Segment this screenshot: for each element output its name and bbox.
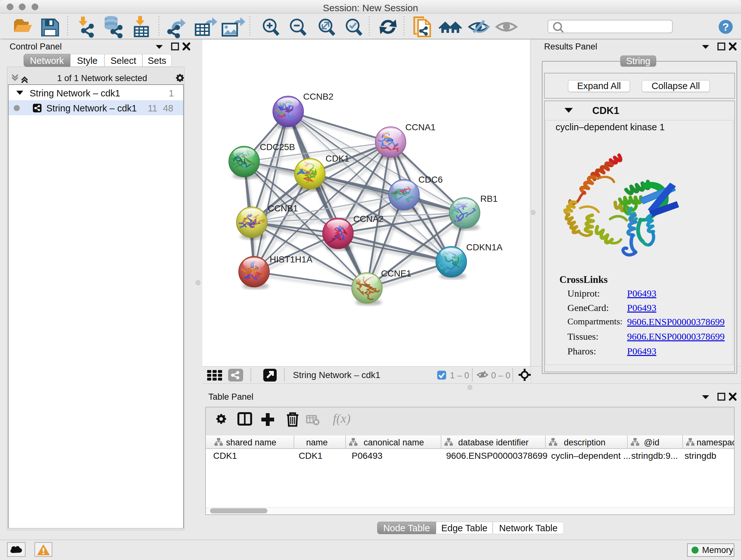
svg-text:String Network – cdk1: String Network – cdk1 bbox=[293, 370, 381, 380]
svg-text:CDK1: CDK1 bbox=[326, 153, 349, 164]
svg-text:0 – 0: 0 – 0 bbox=[491, 371, 510, 380]
svg-text:database identifier: database identifier bbox=[458, 438, 529, 447]
svg-text:RB1: RB1 bbox=[480, 194, 497, 204]
svg-text:CCNB2: CCNB2 bbox=[303, 91, 333, 102]
svg-text:f(x): f(x) bbox=[333, 411, 351, 426]
svg-text:CDC25B: CDC25B bbox=[260, 142, 295, 152]
svg-text:CCNA2: CCNA2 bbox=[353, 214, 384, 224]
svg-text:canonical name: canonical name bbox=[363, 438, 424, 447]
svg-text:@id: @id bbox=[644, 438, 659, 447]
svg-text:CCNE1: CCNE1 bbox=[381, 268, 411, 278]
svg-text:name: name bbox=[306, 438, 328, 447]
svg-text:HIST1H1A: HIST1H1A bbox=[270, 254, 313, 264]
svg-text:CDC6: CDC6 bbox=[418, 175, 443, 185]
svg-text:1 – 0: 1 – 0 bbox=[450, 371, 469, 380]
svg-text:namespac: namespac bbox=[697, 438, 734, 447]
svg-text:CCNA1: CCNA1 bbox=[405, 122, 435, 132]
svg-text:CDKN1A: CDKN1A bbox=[466, 242, 502, 252]
svg-text:?: ? bbox=[723, 21, 729, 33]
svg-text:shared name: shared name bbox=[226, 438, 276, 447]
svg-text:description: description bbox=[564, 438, 606, 447]
svg-text:CCNB1: CCNB1 bbox=[268, 203, 298, 213]
